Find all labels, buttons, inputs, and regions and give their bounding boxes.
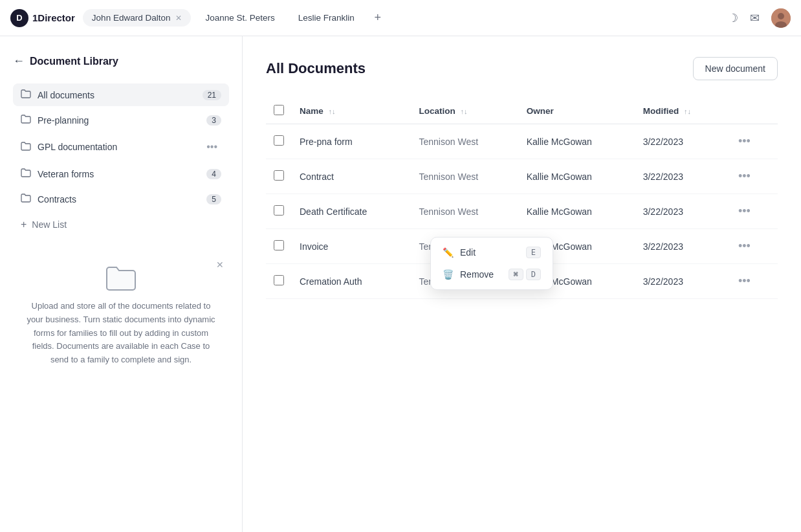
row-location: Tennison West xyxy=(411,194,518,229)
tab-john-edward-dalton[interactable]: John Edward Dalton ✕ xyxy=(83,9,192,27)
content-header: All Documents New document xyxy=(266,57,778,80)
table-row: Pre-pna form Tennison West Kallie McGowa… xyxy=(266,124,778,159)
row-owner: Kallie McGowan xyxy=(519,159,635,194)
row-name: Death Certificate xyxy=(292,194,411,229)
top-nav: D 1Director John Edward Dalton ✕ Joanne … xyxy=(0,0,801,36)
user-avatar-image xyxy=(771,8,791,28)
svg-point-1 xyxy=(778,13,784,19)
row-actions: ••• xyxy=(727,194,778,229)
sidebar-badge: 4 xyxy=(206,169,221,179)
folder-icon xyxy=(21,168,31,179)
nav-icons: ☽ ✉ xyxy=(728,8,791,28)
sidebar-title: Document Library xyxy=(30,56,118,67)
table-row: Death Certificate Tennison West Kallie M… xyxy=(266,194,778,229)
modified-sort-icon: ↑↓ xyxy=(684,107,691,115)
sidebar-item-all-documents[interactable]: All documents 21 xyxy=(13,83,229,106)
remove-label: Remove xyxy=(460,269,494,280)
sidebar-item-pre-planning[interactable]: Pre-planning 3 xyxy=(13,109,229,131)
main-layout: ← Document Library All documents 21 Pre-… xyxy=(0,36,801,532)
edit-shortcut: E xyxy=(526,247,541,258)
sidebar-item-gpl-documentation[interactable]: GPL documentation ••• xyxy=(13,134,229,160)
row-more-button[interactable]: ••• xyxy=(734,168,754,184)
tab-joanne-st-peters[interactable]: Joanne St. Peters xyxy=(196,9,283,27)
promo-close-button[interactable]: ✕ xyxy=(216,260,224,270)
sidebar: ← Document Library All documents 21 Pre-… xyxy=(0,36,243,532)
new-document-button[interactable]: New document xyxy=(693,57,778,80)
table-row: Contract Tennison West Kallie McGowan 3/… xyxy=(266,159,778,194)
tab-leslie-franklin[interactable]: Leslie Franklin xyxy=(289,9,364,27)
logo: D 1Director xyxy=(10,9,75,27)
select-all-checkbox[interactable] xyxy=(274,105,284,115)
tab-label: Leslie Franklin xyxy=(298,13,355,23)
row-actions: ••• xyxy=(727,229,778,264)
sidebar-badge: 3 xyxy=(206,115,221,126)
row-location: Tennison West xyxy=(411,124,518,159)
row-name: Invoice xyxy=(292,229,411,264)
modified-column-header[interactable]: Modified ↑↓ xyxy=(635,98,727,124)
row-checkbox[interactable] xyxy=(274,135,284,146)
sidebar-item-label: Veteran forms xyxy=(38,169,200,179)
tab-close-icon[interactable]: ✕ xyxy=(175,14,182,23)
folder-icon xyxy=(21,115,31,126)
sidebar-more-button[interactable]: ••• xyxy=(203,140,221,154)
row-checkbox-cell xyxy=(266,124,292,159)
promo-text: Upload and store all of the documents re… xyxy=(23,300,219,367)
content-area: All Documents New document Name ↑↓ Locat… xyxy=(243,36,801,532)
edit-label: Edit xyxy=(460,247,476,258)
row-checkbox-cell xyxy=(266,159,292,194)
row-name: Pre-pna form xyxy=(292,124,411,159)
tab-label: Joanne St. Peters xyxy=(205,13,274,23)
row-name: Cremation Auth xyxy=(292,264,411,299)
row-owner: Kallie McGowan xyxy=(519,124,635,159)
app-name: 1Director xyxy=(32,12,75,23)
context-menu: ✏️ Edit E 🗑️ Remove ⌘ D xyxy=(430,237,553,290)
sidebar-item-veteran-forms[interactable]: Veteran forms 4 xyxy=(13,162,229,185)
row-actions: ••• xyxy=(727,159,778,194)
sidebar-back[interactable]: ← Document Library xyxy=(13,54,229,68)
select-all-header xyxy=(266,98,292,124)
sidebar-item-label: GPL documentation xyxy=(38,142,196,152)
new-list-button[interactable]: + New List xyxy=(13,213,229,236)
plus-icon: + xyxy=(21,219,27,230)
row-modified: 3/22/2023 xyxy=(635,124,727,159)
mail-icon[interactable]: ✉ xyxy=(750,11,760,25)
sidebar-item-contracts[interactable]: Contracts 5 xyxy=(13,188,229,210)
row-actions: ••• xyxy=(727,124,778,159)
row-modified: 3/22/2023 xyxy=(635,264,727,299)
edit-icon: ✏️ xyxy=(443,247,454,258)
location-column-header[interactable]: Location ↑↓ xyxy=(411,98,518,124)
row-actions: ••• xyxy=(727,264,778,299)
avatar[interactable] xyxy=(771,8,791,28)
row-modified: 3/22/2023 xyxy=(635,229,727,264)
row-more-button[interactable]: ••• xyxy=(734,273,754,289)
location-sort-icon: ↑↓ xyxy=(461,107,468,115)
owner-column-header[interactable]: Owner xyxy=(519,98,635,124)
row-checkbox-cell xyxy=(266,194,292,229)
add-tab-button[interactable]: + xyxy=(369,9,387,27)
trash-icon: 🗑️ xyxy=(443,269,454,280)
row-checkbox[interactable] xyxy=(274,170,284,181)
context-menu-edit[interactable]: ✏️ Edit E xyxy=(435,241,549,263)
context-menu-remove[interactable]: 🗑️ Remove ⌘ D xyxy=(435,263,549,285)
row-checkbox[interactable] xyxy=(274,240,284,250)
sidebar-badge: 21 xyxy=(203,90,221,100)
logo-icon: D xyxy=(10,9,28,27)
promo-box: ✕ Upload and store all of the documents … xyxy=(13,254,229,377)
tab-label: John Edward Dalton xyxy=(92,13,171,23)
row-checkbox[interactable] xyxy=(274,205,284,216)
sidebar-item-label: All documents xyxy=(38,90,196,100)
row-more-button[interactable]: ••• xyxy=(734,238,754,254)
name-column-header[interactable]: Name ↑↓ xyxy=(292,98,411,124)
dark-mode-icon[interactable]: ☽ xyxy=(728,11,738,25)
row-modified: 3/22/2023 xyxy=(635,194,727,229)
sidebar-item-label: Contracts xyxy=(38,194,200,205)
remove-shortcut-cmd: ⌘ xyxy=(509,269,523,280)
row-more-button[interactable]: ••• xyxy=(734,203,754,219)
folder-icon xyxy=(21,89,31,100)
row-checkbox-cell xyxy=(266,264,292,299)
folder-icon xyxy=(21,194,31,205)
folder-icon xyxy=(21,142,31,153)
row-more-button[interactable]: ••• xyxy=(734,133,754,150)
new-list-label: New List xyxy=(32,219,67,230)
row-checkbox[interactable] xyxy=(274,275,284,285)
